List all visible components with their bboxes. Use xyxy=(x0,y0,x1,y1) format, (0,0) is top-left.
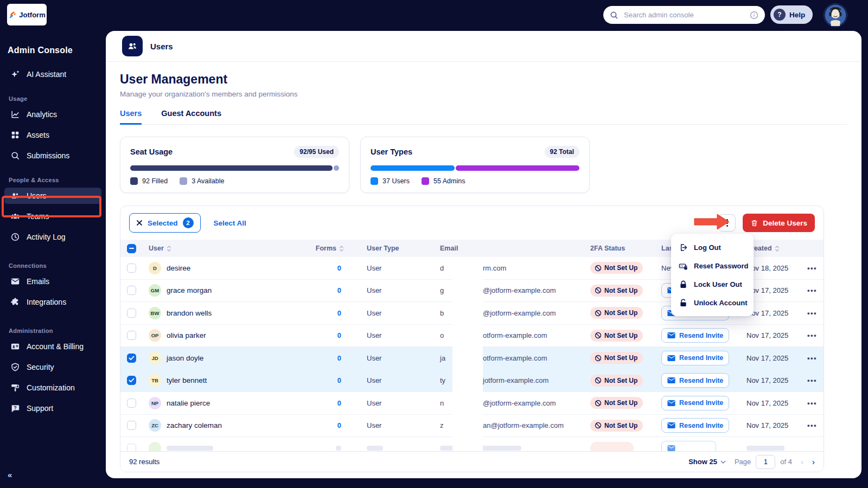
menu-item-log-out[interactable]: Log Out xyxy=(671,238,754,256)
row-checkbox[interactable] xyxy=(127,354,136,363)
user-type: User xyxy=(367,309,381,317)
sidebar-item-assets[interactable]: Assets xyxy=(4,127,101,143)
rows-per-page-select[interactable]: Show 25 xyxy=(688,458,726,466)
forms-count[interactable]: 0 xyxy=(337,354,341,362)
sidebar-item-support[interactable]: ?Support xyxy=(4,400,101,416)
row-checkbox[interactable] xyxy=(127,399,136,408)
sidebar-item-emails[interactable]: Emails xyxy=(4,273,101,290)
select-all-link[interactable]: Select All xyxy=(214,219,246,227)
seat-filled-segment xyxy=(130,165,333,171)
menu-item-lock-user-out[interactable]: Lock User Out xyxy=(671,275,754,293)
envelope-icon xyxy=(667,332,675,339)
sidebar-item-submissions[interactable]: Submissions xyxy=(4,147,101,164)
resend-invite-button[interactable]: Resend Invite xyxy=(661,328,729,343)
forms-count[interactable]: 0 xyxy=(337,331,341,339)
row-checkbox[interactable] xyxy=(127,376,136,385)
slash-icon xyxy=(595,422,602,429)
row-actions-button[interactable]: ••• xyxy=(807,399,817,407)
avatar: TB xyxy=(149,374,161,387)
header-created[interactable]: Created xyxy=(746,245,801,252)
sidebar-item-analytics[interactable]: Analytics xyxy=(4,106,101,123)
row-actions-button[interactable]: ••• xyxy=(807,264,817,272)
sidebar-item-integrations[interactable]: Integrations xyxy=(4,294,101,310)
row-actions-button[interactable]: ••• xyxy=(807,331,817,339)
forms-count[interactable]: 0 xyxy=(337,399,341,407)
resend-invite-button[interactable]: Resend Invite xyxy=(661,351,729,365)
row-actions-button[interactable]: ••• xyxy=(807,376,817,384)
resend-invite-button[interactable]: Resend Invite xyxy=(661,373,729,388)
jotform-logo[interactable]: Jotform xyxy=(7,4,47,25)
row-checkbox[interactable] xyxy=(127,286,136,295)
select-all-checkbox[interactable] xyxy=(127,244,136,253)
row-actions-button[interactable]: ••• xyxy=(807,421,817,429)
tab-guest-accounts[interactable]: Guest Accounts xyxy=(161,109,221,125)
help-button[interactable]: ? Help xyxy=(770,5,813,24)
slash-icon xyxy=(595,355,602,362)
sidebar-item-ai-assistant[interactable]: AI Assistant xyxy=(4,66,101,82)
menu-item-reset-password[interactable]: Reset Password xyxy=(671,256,754,275)
row-checkbox[interactable] xyxy=(127,444,136,451)
email-cell: n@jotform-example.com xyxy=(426,399,578,407)
slash-icon xyxy=(595,400,602,407)
brush-icon xyxy=(10,383,20,393)
sparkles-icon xyxy=(10,69,20,80)
sidebar-section-usage: Usage xyxy=(9,95,97,102)
row-actions-button[interactable]: ••• xyxy=(807,309,817,317)
mail-icon xyxy=(10,277,20,287)
forms-count[interactable]: 0 xyxy=(337,286,341,294)
forms-count[interactable]: 0 xyxy=(337,421,341,429)
admin-search[interactable] xyxy=(603,6,765,24)
user-types-title: User Types xyxy=(371,147,412,156)
menu-item-unlock-account[interactable]: Unlock Account xyxy=(671,293,754,312)
user-types-bar xyxy=(371,165,579,171)
chart-icon xyxy=(10,110,20,120)
row-checkbox[interactable] xyxy=(127,264,136,273)
tab-divider xyxy=(120,124,847,125)
sort-icon xyxy=(339,245,344,252)
resend-invite-button[interactable]: Resend Invite xyxy=(661,396,729,410)
search-input[interactable] xyxy=(623,10,745,20)
sort-icon xyxy=(775,245,780,252)
account-avatar[interactable] xyxy=(824,3,847,27)
sidebar-item-activity-log[interactable]: Activity Log xyxy=(4,229,101,245)
resend-invite-button[interactable] xyxy=(661,441,716,451)
user-type: User xyxy=(367,421,381,429)
sidebar-item-account-billing[interactable]: Account & Billing xyxy=(4,338,101,355)
header-user[interactable]: User xyxy=(144,245,302,252)
info-icon[interactable] xyxy=(750,11,758,20)
seat-usage-title: Seat Usage xyxy=(130,147,173,156)
forms-count[interactable]: 0 xyxy=(337,309,341,317)
sort-icon xyxy=(167,245,171,252)
page-title: User Management xyxy=(120,72,861,87)
sidebar-collapse-button[interactable]: « xyxy=(8,470,11,479)
delete-users-button[interactable]: Delete Users xyxy=(743,214,815,232)
row-checkbox[interactable] xyxy=(127,309,136,318)
grid-icon xyxy=(10,130,20,140)
user-name: grace morgan xyxy=(167,286,212,294)
row-checkbox[interactable] xyxy=(127,421,136,430)
users-segment xyxy=(371,165,455,171)
user-type: User xyxy=(367,376,381,384)
slash-icon xyxy=(595,332,602,339)
sidebar-item-customization[interactable]: Customization xyxy=(4,380,101,396)
clear-selection-icon[interactable] xyxy=(136,220,143,226)
tfa-badge: Not Set Up xyxy=(590,397,643,409)
envelope-icon xyxy=(667,355,675,362)
row-actions-button[interactable]: ••• xyxy=(807,354,817,362)
next-page-button[interactable]: › xyxy=(812,457,815,466)
forms-count[interactable]: 0 xyxy=(337,376,341,384)
selected-filter-button[interactable]: Selected 2 xyxy=(129,213,201,233)
header-forms[interactable]: Forms xyxy=(302,245,345,252)
user-type: User xyxy=(367,286,381,294)
sidebar-item-security[interactable]: Security xyxy=(4,359,101,375)
page-number-input[interactable] xyxy=(756,455,775,469)
resend-invite-button[interactable]: Resend Invite xyxy=(661,418,729,433)
tfa-badge: Not Set Up xyxy=(590,375,643,387)
row-actions-button[interactable]: ••• xyxy=(807,286,817,294)
page-subtitle: Manage your organization's members and p… xyxy=(120,90,861,98)
forms-count[interactable]: 0 xyxy=(337,264,341,272)
sidebar: Admin Console AI Assistant UsageAnalytic… xyxy=(0,31,106,488)
previous-page-button[interactable]: ‹ xyxy=(801,457,803,466)
tab-users[interactable]: Users xyxy=(120,109,142,125)
row-checkbox[interactable] xyxy=(127,331,136,340)
